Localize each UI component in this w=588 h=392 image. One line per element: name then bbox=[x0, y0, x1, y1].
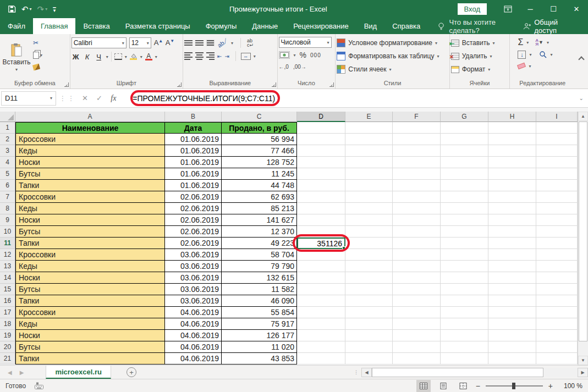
vertical-scrollbar[interactable]: ▲ ▼ bbox=[578, 112, 588, 365]
zoom-in-button[interactable]: + bbox=[548, 382, 553, 390]
cell-empty[interactable] bbox=[393, 353, 441, 365]
row-header[interactable]: 14 bbox=[0, 272, 15, 284]
cell-empty[interactable] bbox=[441, 168, 488, 180]
fill-handle[interactable] bbox=[342, 246, 345, 250]
fill-button[interactable]: ↓ bbox=[518, 51, 526, 59]
cell-empty[interactable] bbox=[393, 318, 441, 330]
cell-empty[interactable] bbox=[345, 226, 393, 238]
cell-value[interactable]: 62 693 bbox=[222, 191, 297, 203]
cell-empty[interactable] bbox=[488, 203, 536, 214]
cell-empty[interactable] bbox=[441, 295, 488, 307]
sort-filter-button[interactable]: АЯ ▼ bbox=[535, 38, 543, 46]
cell-value[interactable]: 77 466 bbox=[222, 145, 297, 157]
splitter-dots-icon[interactable]: ⋮⋮ bbox=[354, 371, 361, 373]
cell-date[interactable]: 03.06.2019 bbox=[165, 284, 222, 295]
cell-name[interactable]: Бутсы bbox=[15, 341, 165, 353]
align-left-icon[interactable] bbox=[184, 52, 193, 60]
cell-date[interactable]: 01.06.2019 bbox=[165, 145, 222, 157]
cell-empty[interactable] bbox=[536, 238, 578, 249]
cell-value[interactable]: 12 370 bbox=[222, 226, 297, 238]
ribbon-tab[interactable]: Формулы bbox=[198, 18, 245, 34]
alignment-dialog-launcher-icon[interactable] bbox=[272, 82, 276, 87]
cell-empty[interactable] bbox=[393, 214, 441, 226]
cell-empty[interactable] bbox=[488, 157, 536, 168]
cell-empty[interactable] bbox=[345, 249, 393, 261]
cell-name[interactable]: Носки bbox=[15, 272, 165, 284]
cell-date[interactable]: 03.06.2019 bbox=[165, 295, 222, 307]
close-button[interactable]: ✕ bbox=[565, 0, 588, 18]
cell-empty[interactable] bbox=[441, 341, 488, 353]
cell-empty[interactable] bbox=[488, 145, 536, 157]
cell-empty[interactable] bbox=[297, 272, 345, 284]
tell-me-search[interactable]: Что вы хотите сделать? bbox=[438, 18, 523, 34]
cell-name[interactable]: Бутсы bbox=[15, 284, 165, 295]
find-select-button[interactable] bbox=[539, 51, 547, 58]
align-center-icon[interactable] bbox=[195, 52, 204, 60]
cell-empty[interactable] bbox=[345, 307, 393, 318]
cell-b1[interactable]: Дата bbox=[165, 122, 222, 134]
cell-empty[interactable] bbox=[441, 238, 488, 249]
cell-empty[interactable] bbox=[297, 261, 345, 272]
collapse-ribbon-button[interactable] bbox=[575, 34, 588, 89]
insert-cells-button[interactable]: ⇤ Вставить ▾ bbox=[451, 37, 509, 49]
cell-empty[interactable] bbox=[536, 180, 578, 191]
cell-empty[interactable] bbox=[441, 330, 488, 341]
cell-name[interactable]: Бутсы bbox=[15, 226, 165, 238]
cell-empty[interactable] bbox=[393, 307, 441, 318]
macro-record-icon[interactable] bbox=[35, 382, 43, 389]
cell-empty[interactable] bbox=[488, 295, 536, 307]
ribbon-tab[interactable]: Вид bbox=[356, 18, 385, 34]
cell-name[interactable]: Кеды bbox=[15, 261, 165, 272]
cell-empty[interactable] bbox=[536, 353, 578, 365]
login-button[interactable]: Вход bbox=[458, 3, 487, 15]
cell-empty[interactable] bbox=[536, 295, 578, 307]
row-header[interactable]: 16 bbox=[0, 295, 15, 307]
cell-name[interactable]: Кроссовки bbox=[15, 249, 165, 261]
cell-empty[interactable] bbox=[297, 145, 345, 157]
cell-empty[interactable] bbox=[536, 157, 578, 168]
cell-value[interactable]: 141 627 bbox=[222, 214, 297, 226]
percent-style-button[interactable]: % bbox=[300, 51, 306, 59]
page-layout-view-button[interactable] bbox=[436, 380, 450, 392]
row-header[interactable]: 11 bbox=[0, 238, 15, 249]
formula-input[interactable]: =ПРОМЕЖУТОЧНЫЕ.ИТОГИ(9;C7:C11) bbox=[120, 94, 275, 103]
fill-color-dropdown-icon[interactable]: ▾ bbox=[140, 54, 142, 59]
cell-empty[interactable] bbox=[536, 168, 578, 180]
row-header[interactable]: 5 bbox=[0, 168, 15, 180]
orientation-dropdown-icon[interactable]: ▾ bbox=[231, 41, 233, 46]
conditional-formatting-button[interactable]: Условное форматирование ▾ bbox=[337, 37, 448, 49]
clipboard-dialog-launcher-icon[interactable] bbox=[64, 82, 69, 87]
cell-empty[interactable] bbox=[488, 249, 536, 261]
borders-icon[interactable] bbox=[114, 53, 122, 60]
cell-value[interactable]: 43 853 bbox=[222, 353, 297, 365]
undo-dropdown-icon[interactable]: ▾ bbox=[30, 7, 32, 12]
paste-button[interactable]: Вставить ▾ bbox=[1, 36, 32, 79]
ribbon-tab[interactable]: Файл bbox=[0, 18, 33, 34]
row-header[interactable]: 20 bbox=[0, 341, 15, 353]
cell-empty[interactable] bbox=[345, 214, 393, 226]
cell-empty[interactable] bbox=[297, 214, 345, 226]
cell-name[interactable]: Носки bbox=[15, 330, 165, 341]
cell-empty[interactable] bbox=[297, 341, 345, 353]
column-header[interactable]: A bbox=[15, 112, 165, 122]
cell-empty[interactable] bbox=[345, 191, 393, 203]
cell-empty[interactable] bbox=[393, 168, 441, 180]
cell-value[interactable]: 132 615 bbox=[222, 272, 297, 284]
row-header[interactable]: 2 bbox=[0, 134, 15, 145]
sheet-tab-microexcel[interactable]: microexcel.ru bbox=[46, 366, 111, 379]
cell-empty[interactable] bbox=[536, 261, 578, 272]
zoom-slider[interactable] bbox=[486, 385, 543, 387]
cell-value[interactable]: 44 748 bbox=[222, 180, 297, 191]
cell-empty[interactable] bbox=[297, 203, 345, 214]
increase-decimal-icon[interactable]: ←,0 bbox=[279, 64, 289, 70]
cell-empty[interactable] bbox=[441, 122, 488, 134]
cell-value[interactable]: 79 790 bbox=[222, 261, 297, 272]
undo-button[interactable]: ↶▾ bbox=[21, 4, 32, 14]
decrease-decimal-icon[interactable]: ,00→ bbox=[293, 64, 306, 70]
column-header[interactable]: B bbox=[165, 112, 222, 122]
copy-dropdown-icon[interactable]: ▾ bbox=[40, 53, 42, 58]
cell-empty[interactable] bbox=[345, 295, 393, 307]
cell-value[interactable]: 55 854 bbox=[222, 307, 297, 318]
format-cells-button[interactable]: Формат ▾ bbox=[451, 63, 509, 75]
cell-date[interactable]: 02.06.2019 bbox=[165, 214, 222, 226]
